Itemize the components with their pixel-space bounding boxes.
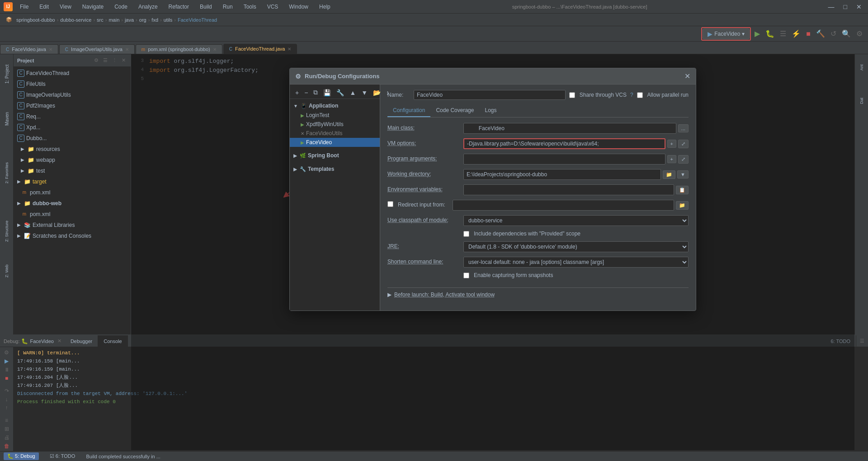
program-args-fullscreen-button[interactable]: ⤢ xyxy=(678,155,689,164)
breadcrumb-dubbo-service[interactable]: dubbo-service xyxy=(60,17,91,23)
tab-pomxml[interactable]: m pom.xml (springboot-dubbo) ✕ xyxy=(136,44,222,54)
status-todo-icon[interactable]: ☑ 6: TODO xyxy=(46,452,79,460)
window-menu[interactable]: Window xyxy=(285,3,312,11)
tree-item-pdf2images[interactable]: C Pdf2Images xyxy=(14,100,131,111)
tab-close-icon[interactable]: ✕ xyxy=(49,47,52,52)
tools-menu[interactable]: Tools xyxy=(240,3,260,11)
config-save-button[interactable]: 💾 xyxy=(321,89,333,97)
breadcrumb-springboot[interactable]: springboot-dubbo xyxy=(16,17,55,23)
edit-menu[interactable]: Edit xyxy=(36,3,52,11)
sidebar-structure-icon[interactable]: Z: Structure xyxy=(1,215,12,247)
vm-options-fullscreen-button[interactable]: ⤢ xyxy=(678,140,689,148)
tree-item-req[interactable]: C Req... xyxy=(14,111,131,122)
tree-item-target[interactable]: ▶ 📁 target xyxy=(14,176,131,187)
config-down-button[interactable]: ▼ xyxy=(359,89,369,97)
config-copy-button[interactable]: ⧉ xyxy=(311,88,320,97)
build-button[interactable]: 🔨 xyxy=(814,28,827,39)
file-menu[interactable]: File xyxy=(16,3,32,11)
breadcrumb-java[interactable]: java xyxy=(125,17,134,23)
bottom-scroll-button[interactable]: ≡ xyxy=(2,416,12,424)
tree-item-xpd[interactable]: C Xpd... xyxy=(14,122,131,133)
config-item-facevideoutils[interactable]: ✕ FaceVideoUtils xyxy=(290,129,380,138)
config-wrench-button[interactable]: 🔧 xyxy=(335,89,346,97)
panel-close-button[interactable]: ✕ xyxy=(120,57,127,64)
config-section-header-springboot[interactable]: ▶ 🌿 Spring Boot xyxy=(290,151,380,160)
tree-item-test[interactable]: ▶ 📁 test xyxy=(14,165,131,176)
view-menu[interactable]: View xyxy=(56,3,75,11)
tree-item-dubbo-web[interactable]: ▶ 📁 dubbo-web xyxy=(14,198,131,209)
name-input[interactable] xyxy=(414,90,566,100)
right-sidebar-ant-icon[interactable]: Ant xyxy=(856,56,867,79)
vcs-menu[interactable]: VCS xyxy=(264,3,282,11)
classpath-select[interactable]: dubbo-service xyxy=(463,215,689,226)
tree-item-resources[interactable]: ▶ 📁 resources xyxy=(14,144,131,155)
program-args-input[interactable] xyxy=(463,154,665,165)
tab-debugger[interactable]: Debugger xyxy=(65,335,98,347)
run-config-selector[interactable]: ▶ FaceVideo ▾ xyxy=(703,28,750,39)
breadcrumb-main[interactable]: main xyxy=(108,17,119,23)
bottom-panel-settings[interactable]: ☰ xyxy=(856,338,868,344)
config-section-header-application[interactable]: ▼ 📱 Application xyxy=(290,101,380,111)
vm-options-input[interactable] xyxy=(463,138,665,149)
status-debug-icon[interactable]: 🐛 5: Debug xyxy=(4,452,39,460)
debug-button[interactable]: 🐛 xyxy=(764,28,776,39)
tab-close-icon[interactable]: ✕ xyxy=(288,47,291,52)
env-vars-input[interactable] xyxy=(463,184,674,195)
sidebar-web-icon[interactable]: Z: Web xyxy=(1,262,12,280)
breadcrumb-org[interactable]: org xyxy=(139,17,146,23)
tree-item-dubbo[interactable]: C Dubbo... xyxy=(14,133,131,144)
sync-button[interactable]: ↺ xyxy=(829,28,838,39)
working-dir-input[interactable] xyxy=(463,169,661,180)
tab-configuration[interactable]: Configuration xyxy=(387,104,430,117)
config-up-button[interactable]: ▲ xyxy=(348,89,358,97)
tab-facevideothread[interactable]: C FaceVideoThread.java ✕ xyxy=(223,44,297,54)
panel-settings-button[interactable]: ⚙ xyxy=(93,57,100,64)
capture-checkbox[interactable] xyxy=(463,273,469,278)
run-button[interactable]: ▶ xyxy=(753,28,762,39)
tree-item-facevideo-thread[interactable]: C FaceVideoThread xyxy=(14,68,131,79)
bottom-filter-button[interactable]: ⊞ xyxy=(2,425,12,433)
maximize-button[interactable]: □ xyxy=(841,2,850,11)
shorten-select[interactable]: user-local default: none - java [options… xyxy=(463,257,689,268)
bottom-step-out-button[interactable]: ↑ xyxy=(2,404,12,412)
build-menu[interactable]: Build xyxy=(196,3,216,11)
include-deps-checkbox[interactable] xyxy=(463,231,469,237)
config-item-xpdfbywinutils[interactable]: ▶ XpdfByWinUtils xyxy=(290,120,380,129)
code-menu[interactable]: Code xyxy=(111,3,131,11)
tab-close-icon[interactable]: ✕ xyxy=(213,47,217,52)
share-vcs-checkbox[interactable] xyxy=(569,92,575,98)
stop-button[interactable]: ■ xyxy=(804,29,812,39)
env-vars-browse-button[interactable]: 📋 xyxy=(676,186,689,194)
tree-item-webapp[interactable]: ▶ 📁 webapp xyxy=(14,155,131,165)
bottom-print-button[interactable]: 🖨 xyxy=(2,433,12,441)
sidebar-project-icon[interactable]: 1: Project xyxy=(1,56,12,92)
config-remove-button[interactable]: − xyxy=(302,89,310,97)
jre-select[interactable]: Default (1.8 - SDK of 'dubbo-service' mo… xyxy=(463,241,689,252)
bottom-restart-button[interactable]: ⚙ xyxy=(2,349,12,357)
profile-button[interactable]: ⚡ xyxy=(790,28,802,39)
debug-close[interactable]: ✕ xyxy=(57,338,61,344)
search-button[interactable]: 🔍 xyxy=(840,28,853,39)
redirect-browse-button[interactable]: 📁 xyxy=(676,201,689,210)
close-button[interactable]: ✕ xyxy=(854,2,864,11)
settings-button[interactable]: ⚙ xyxy=(854,28,864,39)
parallel-run-checkbox[interactable] xyxy=(637,92,643,98)
sidebar-maven-icon[interactable]: Maven xyxy=(1,108,12,130)
refactor-menu[interactable]: Refactor xyxy=(165,3,193,11)
bottom-resume-button[interactable]: ▶ xyxy=(2,358,12,365)
breadcrumb-utils[interactable]: utils xyxy=(164,17,173,23)
tab-code-coverage[interactable]: Code Coverage xyxy=(430,104,479,117)
coverage-button[interactable]: ☰ xyxy=(778,28,788,39)
analyze-menu[interactable]: Analyze xyxy=(135,3,161,11)
tree-item-fileutils[interactable]: C FileUtils xyxy=(14,79,131,89)
bottom-step-into-button[interactable]: ↓ xyxy=(2,395,12,403)
bottom-pause-button[interactable]: ⏸ xyxy=(2,366,12,374)
tree-item-external-libs[interactable]: ▶ 📚 External Libraries xyxy=(14,220,131,230)
minimize-button[interactable]: — xyxy=(826,2,837,11)
run-menu[interactable]: Run xyxy=(219,3,236,11)
bottom-stop-button[interactable]: ■ xyxy=(2,375,12,382)
config-add-button[interactable]: + xyxy=(293,89,301,97)
tree-item-imageoverlap[interactable]: C ImageOverlapUtils xyxy=(14,89,131,100)
breadcrumb-src[interactable]: src xyxy=(97,17,104,23)
breadcrumb-fxd[interactable]: fxd xyxy=(151,17,158,23)
